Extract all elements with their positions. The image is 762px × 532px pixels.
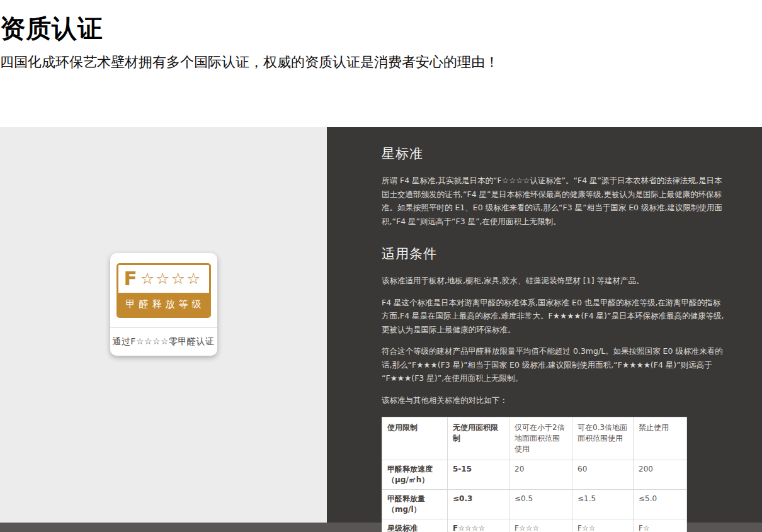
table-row-label: 甲醛释放速度（µg/㎡h） [382,460,448,490]
table-header-row: 使用限制 无使用面积限制 仅可在小于2倍地面面积范围使用 可在0.3倍地面面积范… [382,417,687,460]
star-icons: ☆☆☆☆ [140,271,202,286]
table-row: 甲醛释放速度（µg/㎡h） 5-15 20 60 200 [382,460,687,490]
certificate-badge: F ☆☆☆☆ 甲醛释放等级 [110,253,217,328]
paragraph-conditions-1: 该标准适用于板材,地板,橱柜,家具,胶水、硅藻泥装饰壁材 [1] 等建材产品。 [382,274,727,288]
table-row-label: 星级标准 [382,519,448,532]
table-cell: 20 [509,460,572,490]
section-heading-star-standard: 星标准 [382,145,727,162]
certificate-caption: 通过F☆☆☆☆零甲醛认证 [110,328,217,356]
table-cell: ≤0.3 [448,490,509,519]
table-cell: ≤5.0 [634,490,687,519]
table-header-cell: 无使用面积限制 [448,417,509,460]
table-header-cell: 禁止使用 [634,417,687,460]
table-cell: 200 [634,460,687,490]
table-cell: F☆ [634,519,687,532]
table-header-cell: 仅可在小于2倍地面面积范围使用 [509,417,572,460]
page-header: 资质认证 四国化成环保艺术壁材拥有多个国际认证，权威的资质认证是消费者安心的理由… [0,0,762,127]
table-cell: F☆☆ [572,519,634,532]
table-cell: F☆☆☆ [509,519,572,532]
table-row-label: 甲醛释放量（mg/l） [382,490,448,519]
f-letter: F [124,269,137,288]
table-cell: ≤1.5 [572,490,634,519]
badge-label: 甲醛释放等级 [118,293,209,316]
page-title: 资质认证 [0,0,762,43]
table-cell: ≤0.5 [509,490,572,519]
description-panel: 星标准 所谓 F4 星标准,其实就是日本的“F☆☆☆☆认证标准”。“F4 星”源… [327,127,762,523]
paragraph-star-standard: 所谓 F4 星标准,其实就是日本的“F☆☆☆☆认证标准”。“F4 星”源于日本农… [382,174,727,228]
standards-comparison-table: 使用限制 无使用面积限制 仅可在小于2倍地面面积范围使用 可在0.3倍地面面积范… [382,417,687,532]
certificate-card: F ☆☆☆☆ 甲醛释放等级 通过F☆☆☆☆零甲醛认证 [110,253,217,356]
table-cell: F☆☆☆☆ [448,519,509,532]
table-header-cell: 使用限制 [382,417,448,460]
certificate-panel: F ☆☆☆☆ 甲醛释放等级 通过F☆☆☆☆零甲醛认证 [0,127,327,523]
section-heading-conditions: 适用条件 [382,245,727,263]
table-header-cell: 可在0.3倍地面面积范围使用 [572,417,634,460]
table-row: 星级标准 F☆☆☆☆ F☆☆☆ F☆☆ F☆ [382,519,687,532]
table-row: 甲醛释放量（mg/l） ≤0.3 ≤0.5 ≤1.5 ≤5.0 [382,490,687,519]
table-cell: 60 [572,460,634,490]
f4-star-row: F ☆☆☆☆ [118,265,209,293]
f4-star-label: F ☆☆☆☆ 甲醛释放等级 [117,263,211,318]
page-subtitle: 四国化成环保艺术壁材拥有多个国际认证，权威的资质认证是消费者安心的理由！ [0,54,762,72]
paragraph-table-intro: 该标准与其他相关标准的对比如下： [382,393,727,407]
table-cell: 5-15 [448,460,509,490]
paragraph-conditions-2: F4 星这个标准是日本对游离甲醛的标准体系,国家标准 E0 也是甲醛的标准等级,… [382,296,727,337]
main-content: F ☆☆☆☆ 甲醛释放等级 通过F☆☆☆☆零甲醛认证 星标准 所谓 F4 星标准… [0,127,762,523]
paragraph-conditions-3: 符合这个等级的建材产品甲醛释放限量平均值不能超过 0.3mg/L。如果按照国家 … [382,344,727,385]
